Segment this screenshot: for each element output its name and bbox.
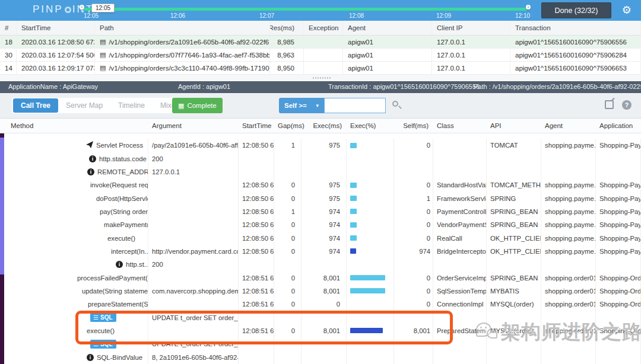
- method-name[interactable]: http.st...: [126, 261, 148, 268]
- column-header[interactable]: Client IP: [432, 21, 510, 35]
- calltree-row[interactable]: i ☰ http.st... 200: [0, 258, 641, 271]
- method-name[interactable]: REMOTE_ADDRESS: [97, 168, 148, 175]
- method-name[interactable]: http.status.code: [99, 155, 147, 162]
- complete-button[interactable]: ▦Complete: [172, 98, 223, 113]
- exec-percent-cell: [347, 324, 394, 337]
- panel-resize-strip[interactable]: [0, 75, 641, 81]
- calltree-row[interactable]: i ☰ execute() 12:08:51 653 0 8,001 8,001…: [0, 324, 641, 337]
- method-name[interactable]: invoke(Request requ...: [90, 181, 148, 189]
- calltree-row[interactable]: i ☰ intercept(In... http://vendor.paymen…: [0, 245, 641, 258]
- method-name[interactable]: execute(): [107, 235, 135, 242]
- calltree-row[interactable]: i ☰ makePayment(... 12:08:50 678 0 974 0…: [0, 218, 641, 231]
- exec-percent-cell: [347, 231, 394, 244]
- calltree-row[interactable]: i ☰ Servlet Process /pay/2a1091e6-605b-4…: [0, 139, 641, 152]
- column-header[interactable]: StartTime: [239, 122, 274, 129]
- api-cell: [487, 258, 541, 271]
- calltree-row[interactable]: i ☰ execute() 12:08:50 678 0 974 0 RealC…: [0, 231, 641, 244]
- transaction-path[interactable]: /v1/shopping/orders/2a1091e6-605b-40f6-a…: [109, 39, 270, 46]
- tab-timeline[interactable]: Timeline: [110, 98, 153, 113]
- column-header[interactable]: #: [0, 21, 17, 35]
- argument-cell: [148, 178, 239, 191]
- calltree-row[interactable]: i ☰ invoke(Request requ... 12:08:50 677 …: [0, 178, 641, 191]
- column-header[interactable]: Method: [0, 122, 148, 129]
- tab-server-map[interactable]: Server Map: [58, 98, 110, 113]
- column-header[interactable]: API: [487, 122, 541, 129]
- document-icon: ▤: [100, 64, 106, 72]
- column-header[interactable]: Gap(ms): [274, 122, 302, 129]
- search-input[interactable]: [324, 98, 386, 113]
- method-name[interactable]: update(String statemen...: [82, 288, 148, 295]
- slider-left-handle[interactable]: [80, 5, 84, 9]
- transaction-row[interactable]: 30 2020.03.16 12:07:54 506 ▤/v1/shopping…: [0, 49, 641, 62]
- method-name[interactable]: intercept(In...: [111, 248, 148, 255]
- calltree-row[interactable]: i ☰ SQL-BindValue 8, 2a1091e6-605b-40f6-…: [0, 351, 641, 364]
- settings-gear-icon[interactable]: ⚙: [622, 3, 632, 18]
- time-tick-label: 12:08: [349, 12, 364, 19]
- column-header[interactable]: Agent: [541, 122, 596, 129]
- method-name[interactable]: execute(): [87, 327, 115, 334]
- transaction-row[interactable]: 18 2020.03.16 12:08:50 672 ▤/v1/shopping…: [0, 36, 641, 49]
- argument-cell: 8, 2a1091e6-605b-40f6-af92-02...: [148, 351, 239, 364]
- time-range-slider[interactable]: [83, 8, 527, 11]
- column-header[interactable]: Exec(%): [347, 122, 394, 129]
- time-tick-label: 12:05: [84, 12, 99, 19]
- self-cell: [394, 337, 433, 350]
- calltree-row[interactable]: i ☰ processFailedPayment(Str... 12:08:51…: [0, 271, 641, 284]
- calltree-scrollbar[interactable]: [0, 133, 4, 364]
- exec-cell: 0: [302, 298, 347, 311]
- calltree-row[interactable]: i ☰SQL SQL UPDATE t_order SET order_stat…: [0, 311, 641, 324]
- done-button[interactable]: Done (32/32): [541, 2, 611, 18]
- search-icon[interactable]: [392, 100, 402, 111]
- calltree-row[interactable]: i ☰ connect() https://pay.demo.pinpoint.…: [0, 133, 641, 139]
- scrollbar-thumb[interactable]: [0, 138, 4, 274]
- column-header[interactable]: StartTime: [17, 21, 95, 35]
- method-name[interactable]: pay(String orderI...: [100, 208, 148, 215]
- calltree-row[interactable]: i ☰ doPost(HttpServle... 12:08:50 677 0 …: [0, 191, 641, 205]
- transaction-row[interactable]: 14 2020.03.16 12:09:17 073 ▤/v1/shopping…: [0, 62, 641, 75]
- method-name[interactable]: processFailedPayment(Str...: [77, 274, 148, 282]
- class-cell: [433, 258, 487, 271]
- tree-indent: [0, 145, 86, 146]
- method-name[interactable]: doPost(HttpServle...: [96, 195, 148, 202]
- slider-right-handle[interactable]: [526, 5, 531, 9]
- method-name[interactable]: SQL-BindValue: [97, 354, 142, 361]
- transaction-client-ip: 127.0.0.1: [432, 62, 510, 74]
- exec-cell: 974: [302, 231, 347, 244]
- class-cell: PaymentController: [433, 205, 487, 218]
- method-name[interactable]: Servlet Process: [96, 142, 143, 149]
- open-in-new-window-icon[interactable]: [605, 100, 614, 109]
- argument-cell: UPDATE t_order SET order_stat...: [148, 311, 239, 324]
- resize-grip-icon[interactable]: [313, 77, 332, 79]
- column-header[interactable]: Argument: [148, 122, 239, 129]
- calltree-row[interactable]: i ☰ update(String statemen... com.naverc…: [0, 285, 641, 298]
- column-header[interactable]: Exec(ms): [302, 122, 347, 129]
- column-header[interactable]: Class: [433, 122, 487, 129]
- method-name[interactable]: makePayment(...: [104, 221, 148, 228]
- column-header[interactable]: Transaction: [510, 21, 641, 35]
- exec-percent-bar: [350, 209, 357, 214]
- column-header[interactable]: Exception: [304, 21, 343, 35]
- transaction-path[interactable]: /v1/shopping/orders/07f77646-1a93-4fac-a…: [109, 52, 270, 59]
- tree-indent: [0, 277, 77, 278]
- api-cell: [487, 311, 541, 324]
- transaction-agent: apigw01: [343, 49, 432, 61]
- calltree-row[interactable]: i ☰SQL SQL UPDATE t_order SET order_stat…: [0, 337, 641, 350]
- column-header[interactable]: Res(ms): [270, 21, 304, 35]
- transaction-path[interactable]: /v1/shopping/orders/c3c3c110-4740-49f8-9…: [109, 65, 270, 72]
- calltree-row[interactable]: i ☰ prepareStatement(Stri... 12:08:51 65…: [0, 298, 641, 311]
- column-header[interactable]: Application: [596, 122, 641, 129]
- column-header[interactable]: Self(ms): [394, 122, 433, 129]
- help-icon[interactable]: ?: [622, 100, 632, 110]
- self-filter-dropdown[interactable]: Self >=▾: [279, 98, 324, 113]
- column-header[interactable]: Path: [95, 21, 270, 35]
- method-name[interactable]: prepareStatement(Stri...: [88, 301, 148, 308]
- tab-call-tree[interactable]: Call Tree: [13, 98, 58, 113]
- tree-indent: [0, 304, 88, 305]
- argument-cell: /pay/2a1091e6-605b-40f6-af92-...: [148, 139, 239, 152]
- calltree-row[interactable]: i ☰ pay(String orderI... 12:08:50 678 1 …: [0, 205, 641, 218]
- argument-cell: com.navercorp.shopping.demo...: [148, 285, 239, 298]
- column-header[interactable]: Agent: [343, 21, 432, 35]
- exec-cell: 974: [302, 218, 347, 231]
- calltree-row[interactable]: i ☰ REMOTE_ADDRESS 127.0.0.1: [0, 165, 641, 178]
- calltree-row[interactable]: i ☰ http.status.code 200: [0, 152, 641, 165]
